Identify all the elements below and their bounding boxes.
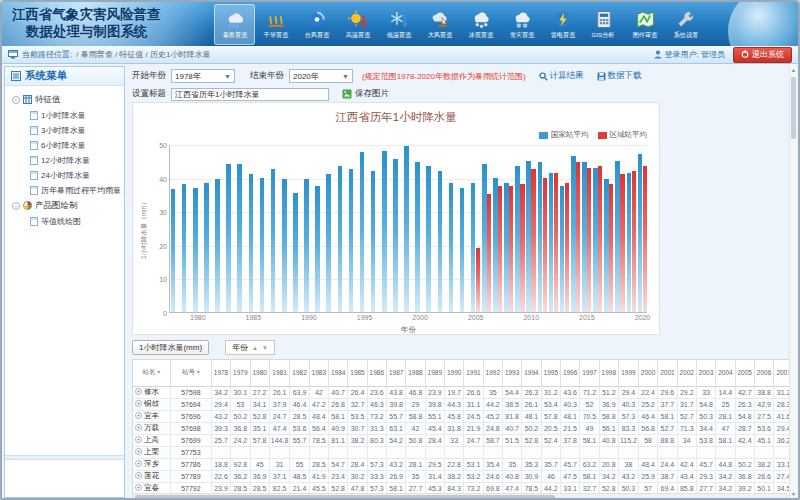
sidebar-group-0[interactable]: -特征值 [8,92,121,108]
row-expander-icon[interactable]: + [135,412,142,419]
sidebar-item-0-1[interactable]: 3小时降水量 [8,123,121,138]
col-header-year-1999[interactable]: 1999 [618,360,638,386]
year-sort-filter[interactable]: 年份 ▲ ▼ [225,340,275,355]
sidebar-group-1[interactable]: -产品图绘制 [8,198,121,214]
toolbar-item-typhoon[interactable]: 台风普查 [296,4,337,45]
table-row-57792[interactable]: +宜春5779223.928.528.582.521.445.552.847.8… [133,482,794,493]
toolbar-item-settings[interactable]: 系统设置 [665,4,706,45]
station-name-cell[interactable]: +铜鼓 [133,398,170,410]
legend-national[interactable]: 国家站平均 [539,130,589,140]
sidebar-item-0-2[interactable]: 6小时降水量 [8,138,121,153]
row-expander-icon[interactable]: + [135,388,142,395]
station-name-cell[interactable]: +宜丰 [133,410,170,422]
toolbar-item-snow[interactable]: 雪灾普查 [501,4,542,45]
sidebar-item-0-5[interactable]: 历年暴雨过程平均雨量 [8,183,121,198]
toolbar-item-drought[interactable]: 干旱普查 [255,4,296,45]
col-header-year-2003[interactable]: 2003 [696,360,715,386]
sidebar-item-0-4[interactable]: 24小时降水量 [8,168,121,183]
station-name-cell[interactable]: +宜春 [133,482,170,493]
col-header-year-1997[interactable]: 1997 [580,360,599,386]
scroll-down-icon[interactable]: ▼ [790,490,797,499]
col-header-year-2000[interactable]: 2000 [638,360,657,386]
col-header-year-1981[interactable]: 1981 [269,360,290,386]
col-header-year-1992[interactable]: 1992 [483,360,502,386]
toolbar-item-rainstorm[interactable]: 暴雨普查 [214,4,255,45]
col-header-year-2002[interactable]: 2002 [677,360,696,386]
tree-expander-icon[interactable]: - [12,96,20,104]
table-horizontal-scrollbar[interactable] [132,493,787,500]
breadcrumb-path[interactable]: / 暴雨普查 / 特征值 / 历史1小时降水量 [76,49,210,60]
col-header-year-1988[interactable]: 1988 [406,360,425,386]
tree-expander-icon[interactable]: - [12,202,20,210]
col-header-year-1984[interactable]: 1984 [329,360,348,386]
station-name-cell[interactable]: +上栗 [133,446,170,458]
col-header-station-id[interactable]: 站号 ▾ [170,360,211,386]
col-header-station-name[interactable]: 站名 ▾ [133,360,170,386]
toolbar-item-map-review[interactable]: 图件审查 [624,4,665,45]
sort-asc-icon[interactable]: ▲ [252,345,258,351]
col-header-year-1990[interactable]: 1990 [444,360,463,386]
table-row-57786[interactable]: +萍乡5778618.892.845315528.554.728.457.343… [133,458,794,470]
row-expander-icon[interactable]: + [135,424,142,431]
sidebar-item-0-0[interactable]: 1小时降水量 [8,108,121,123]
table-row-57694[interactable]: +铜鼓5769429.45334.137.946.447.226.832.746… [133,398,794,410]
download-button[interactable]: 数据下载 [597,70,642,82]
col-header-year-2006[interactable]: 2006 [754,360,773,386]
col-header-year-1980[interactable]: 1980 [250,360,269,386]
unit-button[interactable]: 1小时降水量(mm) [132,340,209,355]
station-name-cell[interactable]: +万载 [133,422,170,434]
col-header-year-1985[interactable]: 1985 [348,360,367,386]
col-header-year-1989[interactable]: 1989 [425,360,444,386]
toolbar-item-hail[interactable]: 冰雹普查 [460,4,501,45]
start-year-select[interactable]: 1978年▼ [171,69,235,83]
table-row-57789[interactable]: +莲花5778922.636.236.937.148.541.923.430.2… [133,470,794,482]
table-row-57598[interactable]: +修水5759834.230.127.226.163.94240.726.423… [133,386,794,398]
station-name-cell[interactable]: +萍乡 [133,458,170,470]
table-row-57696[interactable]: +宜丰5769643.250.252.824.728.548.458.153.5… [133,410,794,422]
col-header-year-1983[interactable]: 1983 [309,360,328,386]
logout-button[interactable]: 退出系统 [733,47,792,63]
sidebar-splitter[interactable] [5,455,124,460]
station-name-cell[interactable]: +修水 [133,386,170,398]
sidebar-item-1-0[interactable]: 等值线绘图 [8,214,121,229]
table-row-57699[interactable]: +上高5769925.724.257.8144.855.778.581.138.… [133,434,794,446]
end-year-select[interactable]: 2020年▼ [289,69,353,83]
sort-icon[interactable]: ▾ [157,369,160,375]
calculate-button[interactable]: 计算结果 [539,70,584,82]
station-name-cell[interactable]: +上高 [133,434,170,446]
row-expander-icon[interactable]: + [135,460,142,467]
toolbar-item-lightning[interactable]: 雷电普查 [542,4,583,45]
col-header-year-1998[interactable]: 1998 [599,360,618,386]
row-expander-icon[interactable]: + [135,400,142,407]
col-header-year-1982[interactable]: 1982 [290,360,309,386]
row-expander-icon[interactable]: + [135,436,142,443]
sort-icon[interactable]: ▾ [197,369,200,375]
sort-desc-icon[interactable]: ▼ [262,345,268,351]
row-expander-icon[interactable]: + [135,448,142,455]
col-header-year-1993[interactable]: 1993 [502,360,521,386]
main-vertical-scrollbar[interactable]: ▲ ▼ [789,66,797,499]
col-header-year-1995[interactable]: 1995 [541,360,560,386]
chart-title-input[interactable] [171,88,329,101]
table-row-57753[interactable]: +上栗57753 [133,446,794,458]
table-row-57698[interactable]: +万载5769839.336.835.147.453.656.440.930.7… [133,422,794,434]
col-header-year-2005[interactable]: 2005 [735,360,754,386]
toolbar-item-low-temp[interactable]: 低温普查 [378,4,419,45]
toolbar-item-high-temp[interactable]: 高温普查 [337,4,378,45]
col-header-year-1978[interactable]: 1978 [211,360,230,386]
toolbar-item-wind[interactable]: 大风普查 [419,4,460,45]
hscroll-thumb[interactable] [135,495,555,499]
col-header-year-1987[interactable]: 1987 [387,360,406,386]
save-image-button[interactable]: 保存图片 [342,88,389,100]
row-expander-icon[interactable]: + [135,472,142,479]
col-header-year-1979[interactable]: 1979 [231,360,250,386]
col-header-year-2004[interactable]: 2004 [716,360,735,386]
toolbar-item-gis[interactable]: GIS分析 [583,4,624,45]
col-header-year-1991[interactable]: 1991 [464,360,483,386]
sidebar-item-0-3[interactable]: 12小时降水量 [8,153,121,168]
col-header-year-1996[interactable]: 1996 [560,360,579,386]
col-header-year-2001[interactable]: 2001 [658,360,677,386]
col-header-year-1986[interactable]: 1986 [367,360,386,386]
vscroll-thumb[interactable] [791,77,796,139]
scroll-up-icon[interactable]: ▲ [790,66,797,75]
